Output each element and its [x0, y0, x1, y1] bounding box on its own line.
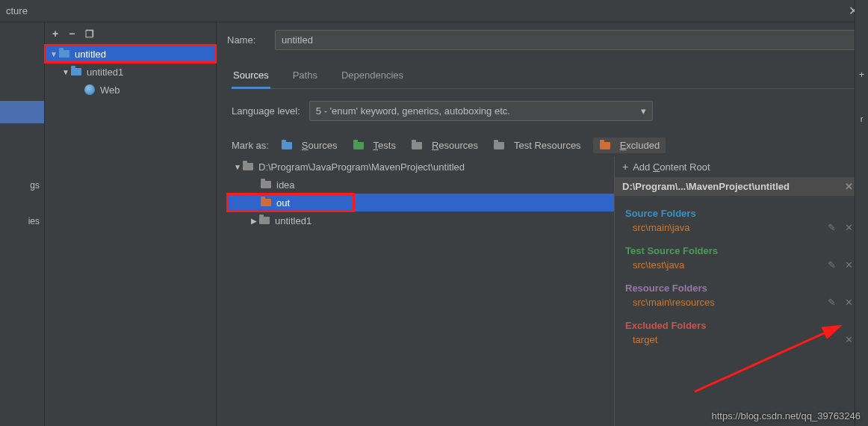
module-icon: [58, 49, 70, 59]
language-level-dropdown[interactable]: 5 - 'enum' keyword, generics, autoboxing…: [309, 101, 653, 121]
mark-tests-button[interactable]: Tests: [350, 138, 399, 152]
mark-sources-button[interactable]: Sources: [278, 138, 341, 152]
sources-content: ▼ D:\Program\JavaProgram\MavenProject\un…: [227, 156, 861, 426]
window-title: cture: [6, 5, 844, 16]
copy-icon[interactable]: ❐: [85, 28, 94, 40]
module-editor: Name: Sources Paths Dependencies Languag…: [217, 22, 868, 426]
dir-idea[interactable]: idea: [227, 176, 614, 194]
mark-as-label: Mark as:: [232, 140, 269, 151]
module-tabs: Sources Paths Dependencies: [232, 64, 856, 89]
edit-icon[interactable]: ✎: [828, 222, 836, 233]
remove-icon[interactable]: ✕: [845, 297, 853, 308]
dir-label: idea: [276, 179, 295, 191]
folder-icon: [242, 161, 254, 172]
module-icon: [70, 67, 82, 77]
module-tree: ▼ untitled ▼ untitled1 Web: [45, 43, 216, 426]
module-toolbar: + − ❐: [45, 22, 216, 43]
remove-icon[interactable]: −: [69, 28, 75, 40]
remove-icon[interactable]: ✕: [845, 222, 853, 233]
dir-label: out: [276, 197, 290, 209]
module-label: Web: [100, 84, 120, 96]
dir-out-row[interactable]: out: [227, 194, 614, 212]
folder-icon: [281, 141, 293, 151]
add-icon[interactable]: +: [52, 28, 58, 40]
plus-icon[interactable]: +: [859, 69, 865, 80]
content-root-label: D:\Program\...\MavenProject\untitled: [622, 181, 790, 192]
tab-sources[interactable]: Sources: [232, 64, 270, 89]
folder-icon: [260, 179, 272, 190]
web-icon: [84, 84, 96, 95]
add-content-root[interactable]: + Add Content Root: [615, 156, 861, 177]
mark-resources-button[interactable]: Resources: [408, 138, 481, 152]
module-node-web[interactable]: Web: [45, 81, 216, 99]
left-category-item[interactable]: [0, 101, 44, 123]
settings-icon[interactable]: r: [861, 114, 864, 123]
folder-icon: [258, 215, 270, 226]
folder-groups: Source Folders src\main\java ✎✕ Test Sou…: [615, 196, 861, 350]
mark-excluded-button[interactable]: Excluded: [593, 138, 666, 153]
folder-icon: [493, 141, 505, 151]
module-node-untitled[interactable]: ▼ untitled: [45, 45, 216, 63]
language-level-row: Language level: 5 - 'enum' keyword, gene…: [232, 101, 856, 121]
dir-label: D:\Program\JavaProgram\MavenProject\unti…: [258, 161, 465, 173]
folder-icon: [260, 197, 272, 208]
left-category-item[interactable]: [0, 123, 44, 146]
left-category-item[interactable]: ies: [0, 210, 44, 232]
dir-root[interactable]: ▼ D:\Program\JavaProgram\MavenProject\un…: [227, 158, 614, 176]
module-node-untitled1[interactable]: ▼ untitled1: [45, 63, 216, 81]
expand-icon[interactable]: ▼: [233, 163, 242, 171]
mark-test-resources-button[interactable]: Test Resources: [490, 138, 584, 152]
dir-out[interactable]: out: [227, 194, 354, 212]
remove-icon[interactable]: ✕: [845, 334, 853, 345]
project-structure-window: cture ✕ gs ies + − ❐ ▼ untitled: [0, 0, 868, 426]
directory-tree: ▼ D:\Program\JavaProgram\MavenProject\un…: [227, 156, 614, 426]
resource-folders-title: Resource Folders: [625, 283, 853, 294]
expand-icon[interactable]: ▼: [61, 68, 70, 76]
expand-icon[interactable]: ▶: [249, 217, 258, 225]
resource-folder-item[interactable]: src\main\resources ✎✕: [625, 295, 853, 312]
folder-icon: [599, 141, 611, 151]
expand-icon[interactable]: ▼: [49, 50, 58, 58]
folder-icon: [411, 141, 423, 151]
folder-icon: [353, 141, 365, 151]
plus-icon: +: [622, 161, 628, 173]
right-gutter: + r: [855, 0, 868, 426]
name-label: Name:: [227, 34, 275, 46]
module-label: untitled1: [87, 67, 123, 78]
module-tree-panel: + − ❐ ▼ untitled ▼ untitled1 Web: [45, 22, 217, 426]
tab-dependencies[interactable]: Dependencies: [340, 64, 405, 88]
name-row: Name:: [227, 30, 861, 50]
body: gs ies + − ❐ ▼ untitled ▼ untitled1: [0, 22, 868, 426]
test-folder-item[interactable]: src\test\java ✎✕: [625, 258, 853, 275]
left-category-strip: gs ies: [0, 22, 45, 426]
content-root-panel: + Add Content Root D:\Program\...\MavenP…: [614, 156, 861, 426]
excluded-folder-item[interactable]: target ✕: [625, 333, 853, 350]
left-category-item[interactable]: gs: [0, 174, 44, 197]
mark-as-row: Mark as: Sources Tests Resources Test Re…: [232, 138, 856, 153]
titlebar[interactable]: cture ✕: [0, 0, 868, 22]
add-content-root-label: Add Content Root: [633, 161, 710, 173]
excluded-folders-title: Excluded Folders: [625, 320, 853, 331]
remove-icon[interactable]: ✕: [845, 259, 853, 271]
test-folders-title: Test Source Folders: [625, 245, 853, 256]
language-level-label: Language level:: [232, 105, 300, 117]
content-root-path[interactable]: D:\Program\...\MavenProject\untitled ✕: [615, 177, 861, 196]
remove-content-root-icon[interactable]: ✕: [845, 181, 853, 192]
edit-icon[interactable]: ✎: [828, 297, 836, 308]
module-label: untitled: [75, 49, 106, 60]
tab-paths[interactable]: Paths: [291, 64, 319, 88]
watermark: https://blog.csdn.net/qq_39763246: [712, 410, 861, 422]
dir-untitled1[interactable]: ▶ untitled1: [227, 212, 614, 229]
edit-icon[interactable]: ✎: [828, 259, 836, 271]
language-level-value: 5 - 'enum' keyword, generics, autoboxing…: [316, 105, 510, 117]
source-folder-item[interactable]: src\main\java ✎✕: [625, 220, 853, 238]
source-folders-title: Source Folders: [625, 208, 853, 219]
chevron-down-icon: ▾: [641, 105, 646, 117]
name-input[interactable]: [275, 30, 861, 50]
dir-label: untitled1: [275, 215, 311, 226]
